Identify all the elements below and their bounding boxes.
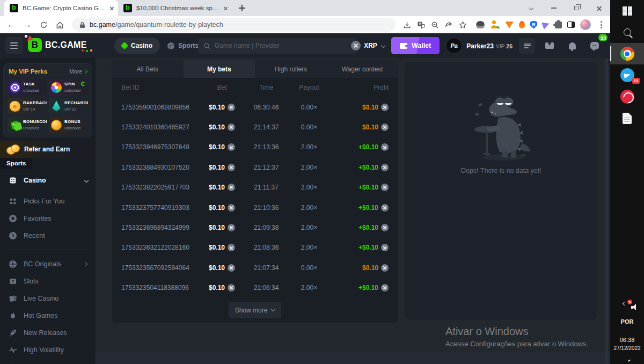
sidebar-item-hot-games[interactable]: Hot Games bbox=[0, 307, 96, 324]
gorilla-extension-icon[interactable] bbox=[476, 21, 485, 28]
table-row[interactable]: 1753323696894324999$0.1021:09:382.00×+$0… bbox=[112, 217, 398, 237]
table-row[interactable]: 1753323504118388096$0.1021:06:342.00×+$0… bbox=[112, 278, 398, 298]
taskbar-clock[interactable]: 06:38 27/12/2022 bbox=[613, 337, 640, 351]
sidebar-item-new-releases[interactable]: New Releases bbox=[0, 324, 96, 341]
profile-button[interactable]: Pa Parker23 VIP 26 bbox=[446, 38, 513, 54]
bet-amount: $0.10 bbox=[202, 284, 242, 292]
vip-perks-more-link[interactable]: More bbox=[69, 68, 87, 75]
page-scrollbar[interactable] bbox=[605, 58, 608, 364]
reload-button[interactable] bbox=[36, 18, 50, 32]
xrp-coin-icon bbox=[228, 104, 235, 111]
shield-extension-icon[interactable]: R bbox=[530, 21, 537, 29]
metamask-extension-icon[interactable] bbox=[505, 21, 514, 28]
taskbar-red-app-button[interactable] bbox=[610, 86, 644, 107]
notifications-button[interactable] bbox=[564, 38, 580, 54]
vip-perk-bonus[interactable]: BONUSunlocked bbox=[49, 117, 88, 133]
notepad-icon bbox=[623, 113, 632, 124]
xrp-coin-icon bbox=[381, 244, 389, 251]
sidebar-item-recent[interactable]: Recent bbox=[0, 227, 96, 244]
vip-perk-recharge[interactable]: RECHARGEVIP 22 bbox=[49, 98, 88, 114]
vip-level: VIP 26 bbox=[496, 43, 513, 49]
taskbar-telegram-button[interactable]: 23 bbox=[610, 64, 644, 86]
sidebar-item-picks-for-you[interactable]: Picks For You bbox=[0, 193, 96, 210]
chat-button[interactable]: 33 bbox=[587, 38, 603, 54]
taskbar-notepad-button[interactable] bbox=[610, 107, 644, 129]
browser-tab-christmas[interactable]: $10,000 Christmas week special bbox=[118, 0, 232, 16]
table-row[interactable]: 1753323946975307648$0.1021:13:362.00×+$0… bbox=[112, 137, 398, 157]
bet-payout: 2.00× bbox=[290, 284, 328, 292]
hamburger-menu-icon[interactable] bbox=[5, 37, 23, 54]
sidebar-item-feature-buy-in[interactable]: Feature Buy-in bbox=[0, 359, 96, 364]
nav-casino-button[interactable]: Casino bbox=[114, 38, 160, 54]
user-check-extension-icon[interactable] bbox=[490, 20, 500, 30]
close-tab-icon[interactable] bbox=[110, 6, 113, 10]
flame-extension-icon[interactable] bbox=[519, 21, 525, 28]
back-button[interactable]: ← bbox=[4, 18, 18, 32]
site-logo[interactable]: B BC.GAME bbox=[28, 38, 87, 52]
sidebar-extension-icon[interactable] bbox=[567, 21, 575, 28]
refer-and-earn-button[interactable]: Refer and Earn bbox=[0, 141, 96, 158]
sidebar-item-bc-originals[interactable]: BC Originals bbox=[0, 256, 96, 273]
bet-amount: $0.10 bbox=[202, 123, 242, 131]
zoom-out-icon[interactable] bbox=[429, 19, 441, 31]
bets-tab-all-bets[interactable]: All Bets bbox=[112, 60, 184, 78]
browser-tab-bcgame[interactable]: BC.Game: Crypto Casino Games bbox=[4, 0, 118, 16]
table-row[interactable]: 1753323822025917703$0.1021:11:372.00×+$0… bbox=[112, 178, 398, 198]
close-window-button[interactable] bbox=[588, 0, 610, 16]
sidebar-item-favorites[interactable]: Favorites bbox=[0, 210, 96, 227]
currency-selector[interactable]: XRP bbox=[351, 41, 385, 50]
sidebar-item-live-casino[interactable]: Live Casino bbox=[0, 290, 96, 307]
taskbar-search-button[interactable] bbox=[610, 21, 644, 43]
restore-button[interactable] bbox=[565, 0, 588, 16]
avatar-extension-icon[interactable] bbox=[580, 19, 591, 30]
taskbar-chrome-button[interactable] bbox=[610, 43, 644, 64]
close-tab-icon[interactable] bbox=[224, 6, 227, 10]
nav-sports-button[interactable]: Sports bbox=[167, 38, 199, 54]
bet-payout: 0.00× bbox=[290, 123, 328, 131]
table-row[interactable]: 1753323884930107520$0.1021:12:372.00×+$0… bbox=[112, 157, 398, 177]
start-button[interactable] bbox=[610, 0, 644, 21]
xrp-coin-icon bbox=[381, 123, 389, 131]
search-input[interactable] bbox=[215, 42, 352, 49]
translate-icon[interactable] bbox=[415, 19, 427, 31]
minimize-button[interactable] bbox=[543, 0, 565, 16]
bets-tab-my-bets[interactable]: My bets bbox=[184, 60, 255, 78]
download-icon[interactable] bbox=[401, 19, 413, 31]
forward-button[interactable]: → bbox=[20, 18, 34, 32]
bets-tab-wager-contest[interactable]: Wager contest bbox=[327, 60, 399, 78]
address-bar[interactable]: bc.game/game/quantum-roulette-by-playtec… bbox=[72, 18, 396, 32]
puzzle-extension-icon[interactable] bbox=[555, 21, 562, 28]
vip-perk-spin[interactable]: SPINunlocked bbox=[49, 79, 88, 96]
messages-button[interactable] bbox=[541, 38, 558, 54]
sidebar-item-slots[interactable]: 7Slots bbox=[0, 273, 96, 290]
bet-list-button[interactable] bbox=[519, 38, 535, 54]
home-button[interactable] bbox=[53, 18, 67, 32]
share-icon[interactable] bbox=[443, 19, 455, 31]
show-more-button[interactable]: Show more bbox=[229, 302, 282, 318]
sidebar-item-high-volatility[interactable]: High Volatility bbox=[0, 341, 96, 359]
sidebar-item-casino[interactable]: Casino bbox=[0, 172, 96, 188]
empty-state-panel: Oops! There is no data yet! bbox=[405, 62, 597, 320]
kebab-extension-icon[interactable] bbox=[596, 20, 606, 30]
tray-expand-button[interactable] bbox=[623, 302, 626, 305]
bookmark-star-icon[interactable] bbox=[457, 19, 469, 31]
new-tab-button[interactable] bbox=[235, 1, 249, 15]
wallet-button[interactable]: Wallet bbox=[391, 37, 440, 54]
game-search[interactable] bbox=[198, 38, 357, 54]
bets-tab-high-rollers[interactable]: High rollers bbox=[255, 60, 327, 78]
table-row[interactable]: 1753323632122028160$0.1021:08:362.00×+$0… bbox=[112, 238, 398, 258]
table-row[interactable]: 1753324010360465927$0.1021:14:370.00×$0.… bbox=[112, 117, 398, 137]
vip-perk-rakeback[interactable]: RAKEBACKVIP 14 bbox=[8, 98, 47, 114]
chevron-down-icon bbox=[271, 307, 275, 311]
tab-search-button[interactable] bbox=[520, 0, 543, 16]
vip-perk-task[interactable]: TASKunlocked bbox=[8, 79, 47, 96]
table-row[interactable]: 1753359001068809856$0.1006:30:460.00×$0.… bbox=[112, 97, 398, 117]
vip-perk-bonuscode[interactable]: BONUSCODEunlocked bbox=[8, 117, 47, 133]
paper-plane-extension-icon[interactable] bbox=[541, 20, 551, 30]
table-row[interactable]: 1753323757740919303$0.1021:10:362.00×+$0… bbox=[112, 198, 398, 217]
bet-profit: +$0.10 bbox=[328, 204, 389, 212]
mail-icon bbox=[545, 42, 554, 49]
bet-payout: 2.00× bbox=[290, 164, 328, 171]
table-row[interactable]: 1753323567092584064$0.1021:07:340.00×$0.… bbox=[112, 258, 398, 278]
language-indicator[interactable]: POR bbox=[621, 318, 634, 325]
